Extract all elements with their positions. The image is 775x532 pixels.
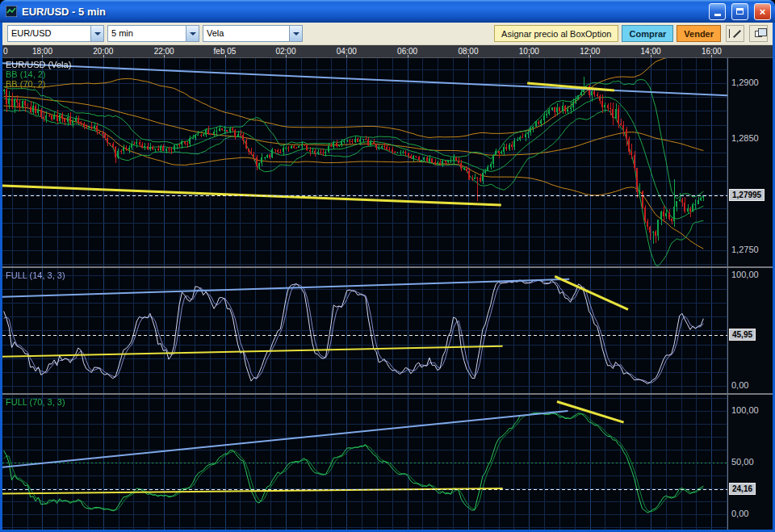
price-axis-label: 0,00 (731, 509, 748, 518)
chart-type-select[interactable]: Vela (203, 25, 303, 42)
bb70-label: BB (70, 2) (6, 79, 46, 89)
price-axis-label: 1,2900 (731, 77, 759, 87)
time-axis-tick (103, 55, 104, 57)
time-axis[interactable]: 018:0020:0022:00feb 0502:0004:0006:0008:… (2, 45, 773, 58)
sell-button[interactable]: Vender (677, 25, 721, 42)
close-icon: × (760, 6, 766, 17)
price-axis-label: 100,00 (731, 270, 759, 279)
stoch70-label: FULL (70, 3, 3) (6, 397, 65, 407)
time-axis-tick (468, 55, 469, 57)
price-axis-label: 1,2850 (731, 133, 759, 143)
interval-select[interactable]: 5 min (107, 25, 199, 42)
time-axis-tick (286, 55, 287, 57)
time-axis-tick (225, 55, 226, 57)
symbol-select[interactable]: EUR/USD (7, 25, 104, 42)
window-title: EUR/USD - 5 min (22, 6, 703, 18)
price-axis-label: 100,00 (731, 405, 759, 415)
time-axis-tick (346, 55, 347, 57)
drawing-tools-button[interactable] (726, 25, 744, 42)
time-axis-tick (590, 55, 591, 57)
time-axis-tick (164, 55, 165, 57)
panel-splitter[interactable] (2, 393, 773, 395)
application-window: EUR/USD - 5 min × EUR/USD 5 min Vela Asi… (0, 0, 775, 532)
symbol-select-value: EUR/USD (8, 26, 90, 41)
buy-button[interactable]: Comprar (622, 25, 673, 42)
chart-canvas[interactable] (2, 58, 727, 530)
time-axis-tick (408, 55, 408, 57)
cursor-bar-icon (729, 29, 730, 38)
time-axis-tick (711, 55, 712, 57)
chevron-down-icon[interactable] (289, 26, 302, 41)
toolbar: EUR/USD 5 min Vela Asignar precio al Box… (2, 23, 773, 45)
window-content: EUR/USD 5 min Vela Asignar precio al Box… (2, 23, 773, 530)
minimize-button[interactable] (709, 3, 726, 20)
main-chart-label: EUR/USD (Vela) (6, 60, 71, 69)
chevron-down-icon[interactable] (186, 26, 199, 41)
time-axis-tick (529, 55, 530, 57)
current-value-box: 24,16 (729, 483, 756, 495)
bb14-label: BB (14, 2) (6, 69, 46, 79)
current-value-box: 1,27995 (729, 189, 765, 201)
minimize-icon (714, 14, 721, 16)
assign-price-boxoption-button[interactable]: Asignar precio al BoxOption (494, 25, 618, 42)
price-axis-label: 50,00 (731, 457, 754, 467)
time-axis-label: 0 (3, 47, 8, 56)
price-axis-label: 0,00 (731, 380, 748, 390)
cascade-windows-button[interactable] (749, 25, 768, 42)
panel-splitter[interactable] (2, 266, 773, 268)
restore-button[interactable] (731, 3, 748, 20)
price-axis[interactable]: 1,29001,28501,27501,27995100,000,0045,95… (727, 58, 773, 530)
chevron-down-icon[interactable] (90, 26, 103, 41)
trendline-icon (733, 30, 741, 38)
price-axis-label: 1,2750 (731, 245, 759, 254)
titlebar[interactable]: EUR/USD - 5 min × (0, 0, 775, 23)
chart-type-select-value: Vela (203, 26, 289, 41)
current-value-box: 45,95 (729, 329, 756, 341)
window-icon (5, 5, 18, 18)
restore-icon (736, 8, 744, 15)
close-button[interactable]: × (754, 3, 771, 20)
time-axis-tick (42, 55, 43, 57)
stoch14-label: FULL (14, 3, 3) (6, 270, 65, 280)
cascade-windows-icon (755, 31, 762, 37)
chart-region: 018:0020:0022:00feb 0502:0004:0006:0008:… (2, 45, 773, 530)
time-axis-tick (651, 55, 651, 57)
interval-select-value: 5 min (108, 26, 186, 41)
